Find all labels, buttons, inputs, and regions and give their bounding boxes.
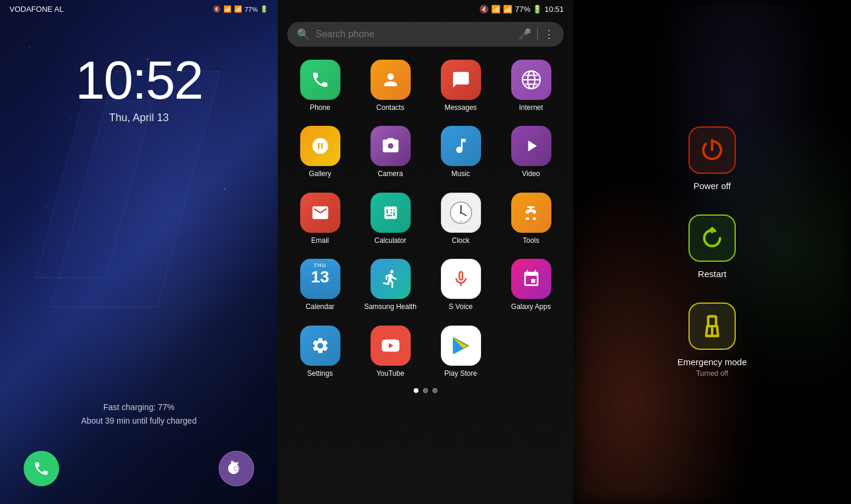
app-item-svoice[interactable]: S Voice — [428, 254, 493, 316]
dock-phone-button[interactable] — [24, 451, 59, 486]
calculator-icon — [371, 193, 411, 233]
svoice-label: S Voice — [449, 303, 473, 311]
drawer-time: 10:51 — [544, 5, 564, 14]
clock-label: Clock — [452, 236, 469, 245]
youtube-icon — [371, 326, 411, 366]
emergency-sublabel: Turned off — [696, 369, 728, 378]
calendar-icon: THU 13 — [300, 259, 340, 299]
app-item-clock[interactable]: ● Clock — [428, 188, 493, 249]
app-item-calculator[interactable]: Calculator — [358, 188, 423, 249]
emergency-button[interactable] — [688, 303, 736, 350]
internet-icon — [511, 60, 551, 100]
restart-button[interactable] — [688, 214, 736, 262]
drawer-battery-icon: 🔋 — [532, 5, 542, 14]
page-dot-3[interactable] — [433, 388, 437, 393]
playstore-label: Play Store — [444, 369, 477, 378]
calendar-label: Calendar — [306, 303, 334, 311]
app-item-phone[interactable]: Phone — [287, 55, 353, 116]
charging-line2: About 39 min until fully charged — [0, 414, 278, 427]
search-icon: 🔍 — [297, 28, 310, 41]
emergency-label: Emergency mode — [677, 357, 747, 367]
clock-icon: ● — [441, 193, 481, 233]
internet-label: Internet — [519, 103, 543, 112]
app-item-youtube[interactable]: YouTube — [358, 321, 423, 382]
app-item-calendar[interactable]: THU 13 Calendar — [287, 254, 353, 316]
lock-charging-info: Fast charging: 77% About 39 min until fu… — [0, 401, 278, 427]
svg-point-0 — [235, 467, 239, 471]
app-item-galaxyapps[interactable]: Galaxy Apps — [498, 254, 564, 316]
page-dot-1[interactable] — [414, 388, 418, 393]
lock-time-section: 10:52 Thu, April 13 — [0, 54, 278, 124]
phone-icon — [300, 60, 340, 100]
page-dot-2[interactable] — [423, 388, 428, 393]
charging-line1: Fast charging: 77% — [0, 401, 278, 414]
app-item-messages[interactable]: Messages — [428, 55, 493, 116]
music-icon — [441, 126, 481, 166]
dock-camera-button[interactable] — [219, 451, 254, 486]
microphone-icon[interactable]: 🎤 — [518, 28, 531, 41]
power-off-option[interactable]: Power off — [688, 126, 736, 191]
svg-point-9 — [460, 212, 462, 214]
video-label: Video — [522, 170, 540, 178]
tools-label: Tools — [522, 236, 539, 245]
search-bar[interactable]: 🔍 🎤 ⋮ — [287, 22, 564, 47]
emergency-option[interactable]: Emergency mode Turned off — [677, 303, 747, 378]
gallery-icon — [300, 126, 340, 166]
drawer-battery: 77% — [515, 5, 530, 14]
youtube-label: YouTube — [376, 369, 404, 378]
email-label: Email — [311, 236, 329, 245]
page-indicator — [278, 388, 573, 393]
contacts-label: Contacts — [376, 103, 404, 112]
search-divider — [537, 28, 538, 40]
video-icon — [511, 126, 551, 166]
app-item-tools[interactable]: Tools — [498, 188, 564, 249]
svoice-icon — [441, 259, 481, 299]
app-item-playstore[interactable]: Play Store — [428, 321, 493, 382]
settings-icon — [300, 326, 340, 366]
lock-screen: VODAFONE AL 🔇 📶 📶 77% 🔋 10:52 Thu, April… — [0, 0, 278, 504]
lock-carrier: VODAFONE AL — [9, 5, 64, 14]
app-item-settings[interactable]: Settings — [287, 321, 353, 382]
app-item-video[interactable]: Video — [498, 121, 564, 183]
app-item-music[interactable]: Music — [428, 121, 493, 183]
lock-time-display: 10:52 — [0, 54, 278, 107]
wifi-icon: 📶 — [223, 5, 232, 13]
app-item-internet[interactable]: Internet — [498, 55, 564, 116]
battery-icon: 🔋 — [260, 5, 268, 13]
svg-text:●: ● — [460, 219, 462, 223]
drawer-mute-icon: 🔇 — [479, 5, 489, 14]
power-menu: Power off Restart Emergency mode — [573, 0, 851, 504]
messages-label: Messages — [444, 103, 477, 112]
drawer-status-bar: 🔇 📶 📶 77% 🔋 10:51 — [278, 0, 573, 18]
apps-grid: Phone Contacts Messages — [278, 55, 573, 382]
calculator-label: Calculator — [374, 236, 406, 245]
app-item-email[interactable]: Email — [287, 188, 353, 249]
more-options-icon[interactable]: ⋮ — [544, 28, 554, 41]
app-item-contacts[interactable]: Contacts — [358, 55, 423, 116]
app-item-shealth[interactable]: Samsung Health — [358, 254, 423, 316]
shealth-icon — [371, 259, 411, 299]
gallery-label: Gallery — [308, 170, 331, 178]
power-off-label: Power off — [693, 181, 730, 191]
lock-dock[interactable] — [0, 451, 278, 486]
phone-label: Phone — [310, 103, 330, 112]
drawer-signal-icon: 📶 — [503, 5, 512, 14]
shealth-label: Samsung Health — [364, 303, 417, 311]
mute-icon: 🔇 — [213, 5, 221, 13]
drawer-status-right: 🔇 📶 📶 77% 🔋 10:51 — [479, 5, 564, 14]
search-input[interactable] — [316, 29, 512, 40]
camera-label: Camera — [378, 170, 403, 178]
power-off-button[interactable] — [688, 126, 736, 174]
signal-icon: 📶 — [234, 5, 242, 13]
lock-status-icons: 🔇 📶 📶 77% 🔋 — [213, 5, 268, 13]
restart-option[interactable]: Restart — [688, 214, 736, 279]
galaxyapps-icon — [511, 259, 551, 299]
app-item-camera[interactable]: Camera — [358, 121, 423, 183]
contacts-icon — [371, 60, 411, 100]
lock-date: Thu, April 13 — [0, 112, 278, 124]
app-item-gallery[interactable]: Gallery — [287, 121, 353, 183]
galaxyapps-label: Galaxy Apps — [511, 303, 551, 311]
app-drawer: 🔇 📶 📶 77% 🔋 10:51 🔍 🎤 ⋮ Phone — [278, 0, 573, 504]
playstore-icon — [441, 326, 481, 366]
camera-icon — [371, 126, 411, 166]
